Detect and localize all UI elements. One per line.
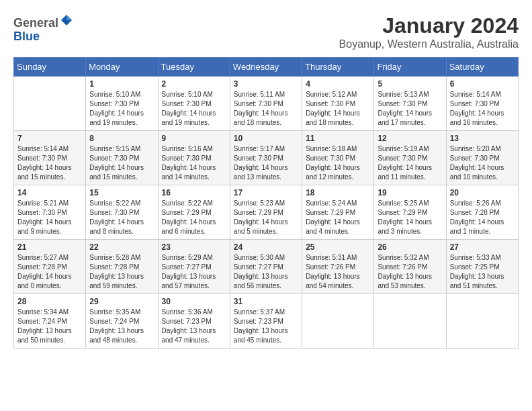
day-number: 29	[89, 297, 154, 306]
day-info: Sunrise: 5:37 AM Sunset: 7:23 PM Dayligh…	[234, 308, 298, 345]
day-number: 25	[306, 242, 370, 252]
page-header: General Blue January 2024 Boyanup, Weste…	[13, 13, 519, 50]
calendar-cell	[374, 294, 446, 349]
day-number: 27	[450, 242, 515, 252]
day-info: Sunrise: 5:17 AM Sunset: 7:30 PM Dayligh…	[234, 144, 298, 182]
day-number: 1	[89, 79, 154, 89]
day-info: Sunrise: 5:20 AM Sunset: 7:30 PM Dayligh…	[450, 144, 515, 182]
svg-marker-1	[66, 15, 72, 20]
calendar-cell: 22Sunrise: 5:28 AM Sunset: 7:28 PM Dayli…	[86, 240, 158, 294]
day-number: 11	[306, 134, 370, 143]
weekday-label: Saturday	[446, 58, 518, 77]
day-info: Sunrise: 5:13 AM Sunset: 7:30 PM Dayligh…	[378, 90, 442, 128]
calendar-cell: 25Sunrise: 5:31 AM Sunset: 7:26 PM Dayli…	[302, 240, 374, 294]
calendar-cell: 15Sunrise: 5:22 AM Sunset: 7:30 PM Dayli…	[86, 185, 158, 240]
day-number: 17	[234, 188, 298, 197]
location-title: Boyanup, Western Australia, Australia	[339, 38, 519, 50]
day-info: Sunrise: 5:11 AM Sunset: 7:30 PM Dayligh…	[234, 90, 298, 128]
day-number: 8	[89, 134, 154, 143]
day-number: 10	[234, 134, 298, 143]
weekday-label: Monday	[86, 58, 158, 77]
day-info: Sunrise: 5:28 AM Sunset: 7:28 PM Dayligh…	[89, 253, 154, 291]
day-number: 5	[378, 79, 442, 89]
day-number: 22	[89, 242, 154, 252]
calendar-week-row: 7Sunrise: 5:14 AM Sunset: 7:30 PM Daylig…	[14, 131, 519, 185]
calendar-cell: 24Sunrise: 5:30 AM Sunset: 7:27 PM Dayli…	[230, 240, 302, 294]
day-info: Sunrise: 5:15 AM Sunset: 7:30 PM Dayligh…	[89, 144, 154, 182]
calendar-cell: 26Sunrise: 5:32 AM Sunset: 7:26 PM Dayli…	[374, 240, 446, 294]
calendar-cell: 16Sunrise: 5:22 AM Sunset: 7:29 PM Dayli…	[158, 185, 230, 240]
logo-blue: Blue	[13, 30, 40, 43]
day-number: 18	[306, 188, 370, 197]
day-info: Sunrise: 5:19 AM Sunset: 7:30 PM Dayligh…	[378, 144, 442, 182]
day-info: Sunrise: 5:32 AM Sunset: 7:26 PM Dayligh…	[378, 253, 442, 291]
calendar-cell: 23Sunrise: 5:29 AM Sunset: 7:27 PM Dayli…	[158, 240, 230, 294]
weekday-header-row: SundayMondayTuesdayWednesdayThursdayFrid…	[14, 58, 519, 77]
calendar-cell: 27Sunrise: 5:33 AM Sunset: 7:25 PM Dayli…	[446, 240, 518, 294]
calendar-cell: 17Sunrise: 5:23 AM Sunset: 7:29 PM Dayli…	[230, 185, 302, 240]
day-number: 14	[17, 188, 82, 197]
day-number: 16	[162, 188, 226, 197]
day-info: Sunrise: 5:23 AM Sunset: 7:29 PM Dayligh…	[234, 199, 298, 236]
day-number: 26	[378, 242, 442, 252]
calendar-cell	[302, 294, 374, 349]
day-info: Sunrise: 5:31 AM Sunset: 7:26 PM Dayligh…	[306, 253, 370, 291]
calendar-week-row: 21Sunrise: 5:27 AM Sunset: 7:28 PM Dayli…	[14, 240, 519, 294]
day-info: Sunrise: 5:24 AM Sunset: 7:29 PM Dayligh…	[306, 199, 370, 236]
day-info: Sunrise: 5:34 AM Sunset: 7:24 PM Dayligh…	[17, 308, 82, 345]
weekday-label: Wednesday	[230, 58, 302, 77]
day-number: 13	[450, 134, 515, 143]
logo-general: General	[13, 16, 58, 30]
day-number: 21	[17, 242, 82, 252]
weekday-label: Tuesday	[158, 58, 230, 77]
logo-icon	[60, 13, 73, 27]
day-number: 2	[162, 79, 226, 89]
calendar-cell: 12Sunrise: 5:19 AM Sunset: 7:30 PM Dayli…	[374, 131, 446, 185]
calendar-cell	[446, 294, 518, 349]
day-number: 28	[17, 297, 82, 306]
day-info: Sunrise: 5:10 AM Sunset: 7:30 PM Dayligh…	[162, 90, 226, 128]
calendar-cell: 3Sunrise: 5:11 AM Sunset: 7:30 PM Daylig…	[230, 77, 302, 131]
day-info: Sunrise: 5:16 AM Sunset: 7:30 PM Dayligh…	[162, 144, 226, 182]
calendar-week-row: 28Sunrise: 5:34 AM Sunset: 7:24 PM Dayli…	[14, 294, 519, 349]
day-number: 30	[162, 297, 226, 306]
day-info: Sunrise: 5:25 AM Sunset: 7:29 PM Dayligh…	[378, 199, 442, 236]
day-number: 6	[450, 79, 515, 89]
logo: General Blue	[13, 13, 73, 44]
day-number: 3	[234, 79, 298, 89]
calendar-cell: 19Sunrise: 5:25 AM Sunset: 7:29 PM Dayli…	[374, 185, 446, 240]
day-info: Sunrise: 5:22 AM Sunset: 7:29 PM Dayligh…	[162, 199, 226, 236]
day-number: 4	[306, 79, 370, 89]
day-number: 7	[17, 134, 82, 143]
day-info: Sunrise: 5:21 AM Sunset: 7:30 PM Dayligh…	[17, 199, 82, 236]
weekday-label: Thursday	[302, 58, 374, 77]
calendar-cell: 2Sunrise: 5:10 AM Sunset: 7:30 PM Daylig…	[158, 77, 230, 131]
day-info: Sunrise: 5:33 AM Sunset: 7:25 PM Dayligh…	[450, 253, 515, 291]
calendar-week-row: 1Sunrise: 5:10 AM Sunset: 7:30 PM Daylig…	[14, 77, 519, 131]
day-info: Sunrise: 5:18 AM Sunset: 7:30 PM Dayligh…	[306, 144, 370, 182]
day-number: 24	[234, 242, 298, 252]
calendar-cell: 18Sunrise: 5:24 AM Sunset: 7:29 PM Dayli…	[302, 185, 374, 240]
calendar-cell: 20Sunrise: 5:26 AM Sunset: 7:28 PM Dayli…	[446, 185, 518, 240]
day-info: Sunrise: 5:14 AM Sunset: 7:30 PM Dayligh…	[450, 90, 515, 128]
day-number: 12	[378, 134, 442, 143]
day-info: Sunrise: 5:22 AM Sunset: 7:30 PM Dayligh…	[89, 199, 154, 236]
calendar-cell: 30Sunrise: 5:36 AM Sunset: 7:23 PM Dayli…	[158, 294, 230, 349]
day-info: Sunrise: 5:27 AM Sunset: 7:28 PM Dayligh…	[17, 253, 82, 291]
calendar-cell: 31Sunrise: 5:37 AM Sunset: 7:23 PM Dayli…	[230, 294, 302, 349]
day-number: 31	[234, 297, 298, 306]
day-info: Sunrise: 5:36 AM Sunset: 7:23 PM Dayligh…	[162, 308, 226, 345]
calendar-body: 1Sunrise: 5:10 AM Sunset: 7:30 PM Daylig…	[14, 77, 519, 349]
calendar-cell: 1Sunrise: 5:10 AM Sunset: 7:30 PM Daylig…	[86, 77, 158, 131]
day-info: Sunrise: 5:35 AM Sunset: 7:24 PM Dayligh…	[89, 308, 154, 345]
calendar-cell: 10Sunrise: 5:17 AM Sunset: 7:30 PM Dayli…	[230, 131, 302, 185]
calendar-table: SundayMondayTuesdayWednesdayThursdayFrid…	[13, 57, 519, 349]
weekday-label: Friday	[374, 58, 446, 77]
calendar-cell: 5Sunrise: 5:13 AM Sunset: 7:30 PM Daylig…	[374, 77, 446, 131]
calendar-cell: 29Sunrise: 5:35 AM Sunset: 7:24 PM Dayli…	[86, 294, 158, 349]
calendar-cell: 9Sunrise: 5:16 AM Sunset: 7:30 PM Daylig…	[158, 131, 230, 185]
calendar-cell: 6Sunrise: 5:14 AM Sunset: 7:30 PM Daylig…	[446, 77, 518, 131]
weekday-label: Sunday	[14, 58, 86, 77]
calendar-cell: 7Sunrise: 5:14 AM Sunset: 7:30 PM Daylig…	[14, 131, 86, 185]
calendar-cell: 4Sunrise: 5:12 AM Sunset: 7:30 PM Daylig…	[302, 77, 374, 131]
